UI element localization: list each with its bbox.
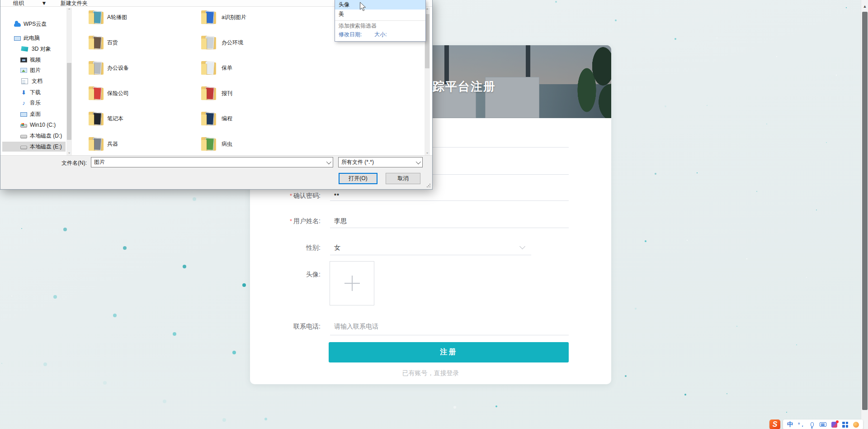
toolbox-icon[interactable] <box>842 422 848 428</box>
search-filter-link[interactable]: 大小: <box>374 31 387 38</box>
soft-keyboard-icon[interactable] <box>820 422 826 427</box>
drive-icon <box>20 135 27 138</box>
new-folder-button[interactable]: 新建文件夹 <box>61 0 88 6</box>
chevron-down-icon[interactable] <box>326 159 331 164</box>
scrollbar-down-arrow-icon[interactable]: ⌄ <box>425 150 430 155</box>
documents-icon <box>21 78 28 84</box>
file-name-label[interactable]: 病虫 <box>222 140 232 148</box>
file-name-label[interactable]: 办公环境 <box>222 39 243 47</box>
background-dot <box>826 142 827 143</box>
folder-icon <box>201 10 217 25</box>
sidebar-item[interactable]: 本地磁盘 (E:) <box>2 142 66 152</box>
sidebar-item-label: 3D 对象 <box>32 45 51 53</box>
file-name-label[interactable]: a识别图片 <box>222 14 246 21</box>
background-dot <box>746 258 747 259</box>
suggestion-item[interactable]: 美 <box>335 10 425 19</box>
sidebar-item-label: 桌面 <box>30 110 41 118</box>
sidebar-item[interactable]: 图片 <box>2 65 66 75</box>
filename-value[interactable]: 图片 <box>94 158 326 166</box>
computer-icon <box>14 36 21 41</box>
register-button[interactable]: 注册 <box>329 342 569 362</box>
chevron-down-icon[interactable] <box>519 243 525 249</box>
open-button[interactable]: 打开(O) <box>339 173 377 184</box>
search-filter-link[interactable]: 修改日期: <box>339 31 362 38</box>
background-dot <box>555 1 557 3</box>
scrollbar-thumb[interactable] <box>862 12 868 410</box>
sidebar-item[interactable]: ♪音乐 <box>2 98 66 108</box>
folder-icon <box>88 36 104 50</box>
suggestion-item[interactable]: 头像 <box>335 0 425 10</box>
background-dot <box>635 308 637 310</box>
organize-caret-icon: ▼ <box>41 0 47 6</box>
microphone-icon[interactable] <box>811 422 814 427</box>
file-name-label[interactable]: 兵器 <box>107 140 118 148</box>
scrollbar-down-arrow-icon[interactable]: ⌄ <box>66 150 72 155</box>
gender-select-value[interactable]: 女 <box>334 243 340 252</box>
form-field-underline <box>330 335 569 335</box>
field-input[interactable]: 李思 <box>334 216 347 225</box>
field-label: 头像: <box>253 270 321 279</box>
folder-icon <box>201 86 217 101</box>
browser-scrollbar[interactable]: ▲ <box>861 0 868 429</box>
downloads-icon: ⬇ <box>20 90 27 95</box>
sidebar-item-label: 下载 <box>30 89 41 96</box>
filetype-combobox[interactable]: 所有文件 (*.*) <box>338 157 423 167</box>
file-name-label[interactable]: 笔记本 <box>107 115 123 123</box>
background-dot <box>836 75 837 76</box>
scrollbar-up-arrow-icon[interactable]: ▲ <box>861 3 868 10</box>
background-dot <box>453 406 456 409</box>
field-input[interactable]: •• <box>334 190 340 199</box>
search-filter-links: 修改日期:大小: <box>335 30 425 39</box>
file-name-label[interactable]: 百货 <box>107 39 118 47</box>
sidebar-item[interactable]: ⬇下载 <box>2 87 66 97</box>
file-name-label[interactable]: 编程 <box>222 115 232 123</box>
file-name-label[interactable]: 保单 <box>222 64 232 72</box>
field-label: *确认密码: <box>253 191 321 200</box>
sidebar-item[interactable]: WPS云盘 <box>2 19 66 29</box>
file-name-label[interactable]: 报刊 <box>222 90 232 97</box>
chinese-mode-icon[interactable]: 中 <box>787 419 793 429</box>
chevron-down-icon[interactable] <box>416 159 421 164</box>
background-dot <box>786 412 787 413</box>
field-input[interactable]: 请输入联系电话 <box>334 322 378 331</box>
avatar-upload-box[interactable] <box>330 261 374 305</box>
sidebar-item-label: 视频 <box>30 56 41 64</box>
sidebar-scrollbar[interactable]: ⌃ ⌄ <box>66 8 72 155</box>
background-dot <box>123 246 127 250</box>
sidebar-item[interactable]: 文档 <box>2 76 66 86</box>
file-name-label[interactable]: A轮播图 <box>107 14 127 21</box>
punctuation-icon[interactable]: °， <box>798 419 805 429</box>
login-link[interactable]: 已有账号，直接登录 <box>250 369 611 377</box>
cancel-button[interactable]: 取消 <box>386 173 420 184</box>
sidebar-item[interactable]: Win10 (C:) <box>2 120 66 130</box>
sidebar-item[interactable]: 此电脑 <box>2 33 66 43</box>
skin-icon[interactable] <box>831 422 837 428</box>
background-dot <box>222 418 226 422</box>
emoji-icon[interactable] <box>853 422 859 428</box>
required-asterisk: * <box>290 218 292 224</box>
sidebar-item[interactable]: 本地磁盘 (D:) <box>2 131 66 141</box>
sidebar-item[interactable]: 3D 对象 <box>2 44 66 54</box>
background-dot <box>163 400 166 403</box>
form-field-underline <box>330 228 569 228</box>
file-name-label[interactable]: 办公设备 <box>107 64 129 72</box>
sidebar-item[interactable]: 桌面 <box>2 109 66 119</box>
background-dot <box>11 296 12 296</box>
background-dot <box>697 172 698 173</box>
background-dot <box>183 265 186 268</box>
background-dot <box>232 351 236 354</box>
sidebar-item-label: 图片 <box>30 67 41 74</box>
3d-objects-icon <box>21 46 28 52</box>
sidebar-item[interactable]: 视频 <box>2 55 66 65</box>
background-dot <box>63 228 67 231</box>
scrollbar-thumb[interactable] <box>67 63 71 140</box>
filename-combobox[interactable]: 图片 <box>91 157 333 167</box>
sidebar-item-label: 本地磁盘 (D:) <box>30 132 62 140</box>
background-dot <box>776 56 777 57</box>
file-name-label[interactable]: 保险公司 <box>107 90 129 97</box>
organize-menu[interactable]: 组织 <box>13 0 24 6</box>
sogou-logo-icon[interactable]: S <box>769 419 780 429</box>
scrollbar-up-arrow-icon[interactable]: ⌃ <box>66 8 72 13</box>
filetype-value[interactable]: 所有文件 (*.*) <box>341 158 416 166</box>
resize-grip[interactable] <box>426 183 430 187</box>
